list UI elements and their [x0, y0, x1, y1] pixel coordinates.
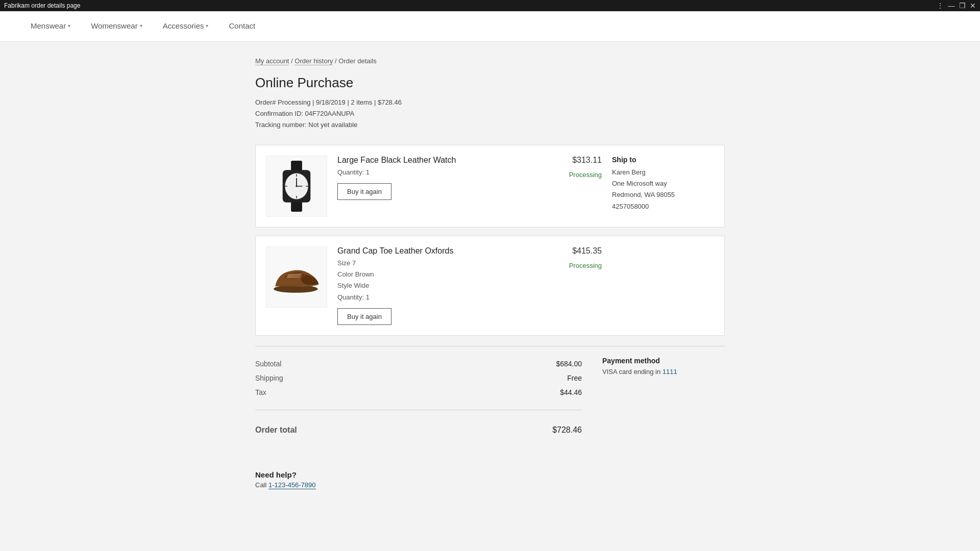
breadcrumb: My account / Order history / Order detai… — [255, 57, 725, 65]
payment-details: VISA card ending in 1111 — [602, 368, 725, 375]
tax-row: Tax $44.46 — [255, 385, 582, 399]
breadcrumb-my-account[interactable]: My account — [255, 57, 289, 65]
item-price-watch: $313.11 Processing — [541, 156, 602, 179]
menswear-chevron-icon: ▾ — [68, 23, 70, 29]
ship-to: Ship to Karen Berg One Microsoft way Red… — [612, 156, 714, 212]
shipping-value: Free — [567, 374, 582, 382]
svg-line-14 — [287, 277, 300, 278]
nav-accessories-label: Accessories — [163, 21, 204, 30]
summary-divider — [255, 346, 725, 346]
nav-womenswear[interactable]: Womenswear ▾ — [81, 11, 152, 41]
help-call-text: Call — [255, 481, 268, 489]
breadcrumb-current: Order details — [338, 57, 376, 65]
buy-again-watch-button[interactable]: Buy it again — [337, 183, 391, 200]
item-price-shoe: $415.35 Processing — [541, 246, 602, 269]
order-item-shoe: Grand Cap Toe Leather Oxfords Size 7 Col… — [255, 236, 725, 335]
svg-point-10 — [296, 185, 298, 187]
payment-visa-text: VISA card ending in — [602, 368, 663, 375]
item-price-value-watch: $313.11 — [541, 156, 602, 165]
item-quantity-shoe: Quantity: 1 — [337, 292, 530, 303]
svg-rect-0 — [291, 161, 302, 171]
summary-left: Subtotal $684.00 Shipping Free Tax $44.4… — [255, 357, 582, 440]
subtotal-value: $684.00 — [556, 360, 582, 368]
item-status-watch: Processing — [541, 171, 602, 179]
item-details-shoe: Grand Cap Toe Leather Oxfords Size 7 Col… — [337, 246, 530, 324]
help-phone-link[interactable]: 1-123-456-7890 — [268, 481, 316, 489]
ship-to-city: Redmond, WA 98055 — [612, 189, 714, 201]
nav-contact[interactable]: Contact — [218, 11, 265, 41]
item-price-value-shoe: $415.35 — [541, 246, 602, 256]
order-meta-line1: Order# Processing | 9/18/2019 | 2 items … — [255, 97, 725, 108]
order-total-label: Order total — [255, 425, 297, 435]
ship-to-name: Karen Berg — [612, 167, 714, 178]
ship-to-title: Ship to — [612, 156, 714, 164]
window-title: Fabrikam order details page — [4, 2, 80, 9]
tax-label: Tax — [255, 388, 266, 396]
order-meta: Order# Processing | 9/18/2019 | 2 items … — [255, 97, 725, 131]
payment-section: Payment method VISA card ending in 1111 — [602, 357, 725, 440]
item-image-watch — [266, 156, 327, 217]
main-nav: Menswear ▾ Womenswear ▾ Accessories ▾ Co… — [0, 11, 980, 42]
svg-rect-1 — [291, 202, 302, 212]
item-image-shoe — [266, 246, 327, 308]
minimize-button[interactable]: — — [948, 2, 955, 10]
ship-to-details: Karen Berg One Microsoft way Redmond, WA… — [612, 167, 714, 212]
menu-icon[interactable]: ⋮ — [937, 2, 944, 10]
page-title: Online Purchase — [255, 75, 725, 91]
item-details-watch: Large Face Black Leather Watch Quantity:… — [337, 156, 530, 200]
item-size-shoe: Size 7 — [337, 258, 530, 269]
restore-button[interactable]: ❐ — [959, 2, 966, 10]
item-quantity-watch: Quantity: 1 — [337, 167, 530, 178]
order-meta-line3: Tracking number: Not yet available — [255, 119, 725, 131]
payment-card-number: 1111 — [663, 368, 677, 375]
help-section: Need help? Call 1-123-456-7890 — [255, 460, 725, 489]
close-button[interactable]: ✕ — [970, 2, 976, 10]
item-name-shoe: Grand Cap Toe Leather Oxfords — [337, 246, 530, 256]
item-color-shoe: Color Brown — [337, 269, 530, 280]
nav-menswear[interactable]: Menswear ▾ — [20, 11, 81, 41]
womenswear-chevron-icon: ▾ — [140, 23, 142, 29]
order-total-row: Order total $728.46 — [255, 420, 582, 440]
tax-value: $44.46 — [560, 388, 582, 396]
nav-accessories[interactable]: Accessories ▾ — [153, 11, 219, 41]
total-divider — [255, 410, 582, 410]
main-content: My account / Order history / Order detai… — [235, 42, 745, 519]
help-title: Need help? — [255, 470, 725, 479]
shipping-row: Shipping Free — [255, 371, 582, 385]
shipping-label: Shipping — [255, 374, 283, 382]
nav-menswear-label: Menswear — [31, 21, 66, 30]
item-status-shoe: Processing — [541, 262, 602, 269]
nav-womenswear-label: Womenswear — [91, 21, 137, 30]
accessories-chevron-icon: ▾ — [206, 23, 208, 29]
subtotal-row: Subtotal $684.00 — [255, 357, 582, 371]
subtotal-label: Subtotal — [255, 360, 281, 368]
order-total-value: $728.46 — [552, 425, 582, 435]
ship-to-phone: 4257058000 — [612, 201, 714, 212]
order-meta-line2: Confirmation ID: 04F720AANUPA — [255, 108, 725, 119]
title-bar: Fabrikam order details page ⋮ — ❐ ✕ — [0, 0, 980, 11]
window-controls: ⋮ — ❐ ✕ — [937, 2, 976, 10]
breadcrumb-order-history[interactable]: Order history — [295, 57, 333, 65]
order-item-watch: Large Face Black Leather Watch Quantity:… — [255, 145, 725, 228]
item-name-watch: Large Face Black Leather Watch — [337, 156, 530, 165]
buy-again-shoe-button[interactable]: Buy it again — [337, 308, 391, 325]
help-call: Call 1-123-456-7890 — [255, 481, 725, 489]
ship-to-address1: One Microsoft way — [612, 178, 714, 189]
item-style-shoe: Style Wide — [337, 280, 530, 291]
item-meta-shoe: Size 7 Color Brown Style Wide Quantity: … — [337, 258, 530, 303]
nav-contact-label: Contact — [229, 21, 255, 30]
payment-title: Payment method — [602, 357, 725, 365]
summary-container: Subtotal $684.00 Shipping Free Tax $44.4… — [255, 357, 725, 440]
svg-line-13 — [287, 276, 301, 277]
